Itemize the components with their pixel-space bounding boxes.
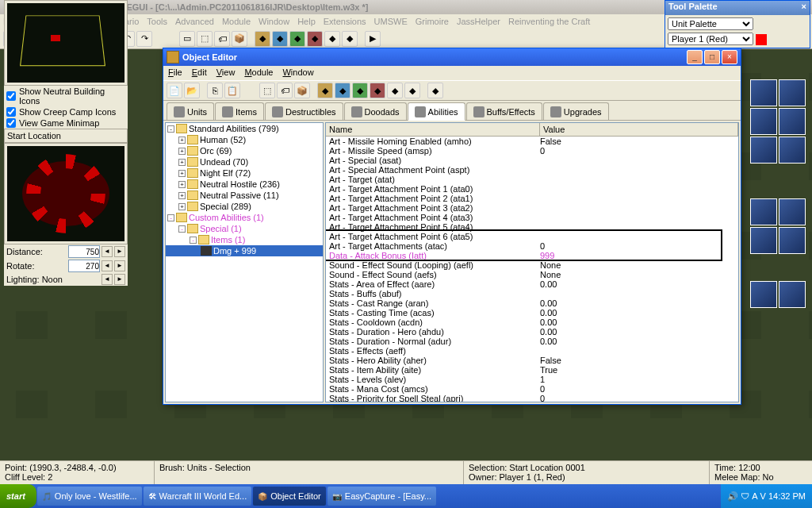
property-row[interactable]: Stats - Mana Cost (amcs)0: [326, 384, 738, 394]
tab-doodads[interactable]: Doodads: [344, 102, 407, 120]
property-row[interactable]: Art - Target Attachment Point 4 (ata3): [326, 213, 738, 222]
task-easycapture[interactable]: 📷 EasyCapture - [Easy...: [327, 487, 436, 506]
oe-m7-icon[interactable]: ◆: [427, 83, 443, 98]
tree-custom-items[interactable]: -Items (1): [166, 234, 323, 245]
unit-icon[interactable]: [779, 108, 806, 135]
tab-items[interactable]: Items: [215, 102, 264, 120]
property-row[interactable]: Art - Special Attachment Point (aspt): [326, 165, 738, 175]
start-button[interactable]: start: [0, 484, 36, 508]
property-row[interactable]: Sound - Effect Sound (Looping) (aefl)Non…: [326, 260, 738, 270]
unit-icon[interactable]: [750, 227, 777, 254]
property-row[interactable]: Stats - Cast Range (aran)0.00: [326, 298, 738, 308]
tree-nightelf[interactable]: +Night Elf (72): [166, 167, 323, 179]
unit-icon[interactable]: [750, 137, 777, 164]
property-header[interactable]: Name Value: [326, 123, 738, 137]
tool2-icon[interactable]: 🏷: [214, 31, 230, 47]
col-value[interactable]: Value: [540, 123, 738, 136]
chk-game-minimap[interactable]: [6, 118, 16, 128]
menu-extensions[interactable]: Extensions: [324, 17, 366, 26]
property-row[interactable]: Stats - Levels (alev)1: [326, 375, 738, 384]
palette-type-select[interactable]: Unit Palette: [668, 17, 753, 30]
spin-right[interactable]: ►: [114, 274, 125, 285]
property-row[interactable]: Art - Target Attachment Point 3 (ata2): [326, 203, 738, 213]
system-tray[interactable]: 🔊 🛡 A V 14:32 PM: [721, 484, 812, 508]
tab-units[interactable]: Units: [167, 102, 214, 120]
tree-npassive[interactable]: +Neutral Passive (11): [166, 190, 323, 201]
unit-icon[interactable]: [750, 79, 777, 106]
oe-m6-icon[interactable]: ◆: [404, 83, 420, 98]
tray-icon[interactable]: V: [760, 491, 766, 501]
oe-m4-icon[interactable]: ◆: [370, 83, 385, 98]
palette-player-select[interactable]: Player 1 (Red): [668, 33, 753, 45]
oe-close-button[interactable]: ×: [722, 50, 737, 64]
unit-icon[interactable]: [750, 198, 777, 225]
tray-icon[interactable]: 🔊: [727, 491, 738, 502]
minimap[interactable]: [7, 3, 124, 83]
oe-t3-icon[interactable]: 📦: [294, 83, 310, 98]
property-row[interactable]: Art - Target Attachment Point 6 (ata5): [326, 232, 738, 241]
tray-clock[interactable]: 14:32 PM: [768, 491, 806, 501]
test-icon[interactable]: ▶: [365, 31, 381, 47]
mod4-icon[interactable]: ◆: [307, 31, 323, 47]
property-body[interactable]: Art - Missile Homing Enabled (amho)False…: [326, 137, 738, 402]
tree-custom-abilities[interactable]: -Custom Abilities (1): [166, 212, 323, 223]
property-row[interactable]: Stats - Buffs (abuf): [326, 289, 738, 298]
tree-orc[interactable]: +Orc (69): [166, 145, 323, 156]
rotate-input[interactable]: [68, 260, 100, 272]
tree-undead[interactable]: +Undead (70): [166, 156, 323, 167]
property-row[interactable]: Sound - Effect Sound (aefs)None: [326, 270, 738, 279]
task-objecteditor[interactable]: 📦 Object Editor: [253, 487, 326, 506]
task-onlylove[interactable]: 🎵 Only love - Westlife...: [37, 487, 142, 506]
oe-maximize-button[interactable]: □: [704, 50, 720, 64]
unit-icon[interactable]: [750, 108, 777, 135]
tree-special[interactable]: +Special (289): [166, 201, 323, 212]
unit-icon[interactable]: [779, 137, 806, 164]
oe-menu-module[interactable]: Module: [244, 67, 273, 79]
property-row[interactable]: Stats - Hero Ability (aher)False: [326, 356, 738, 365]
redo-icon[interactable]: ↷: [136, 31, 152, 47]
unit-icon[interactable]: [779, 198, 806, 225]
menu-reinventing[interactable]: Reinventing the Craft: [508, 17, 590, 26]
property-row[interactable]: Art - Missile Homing Enabled (amho)False: [326, 137, 738, 146]
unit-icon[interactable]: [779, 79, 806, 106]
distance-input[interactable]: [68, 245, 100, 258]
mod1-icon[interactable]: ◆: [255, 31, 270, 47]
property-row[interactable]: Art - Special (asat): [326, 156, 738, 165]
oe-copy-icon[interactable]: ⎘: [207, 83, 223, 98]
tab-destructibles[interactable]: Destructibles: [265, 102, 343, 120]
tp-titlebar[interactable]: Tool Palette×: [665, 1, 810, 15]
menu-help[interactable]: Help: [297, 17, 316, 26]
property-row[interactable]: Stats - Effects (aeff): [326, 346, 738, 356]
tree-nhostile[interactable]: +Neutral Hostile (236): [166, 179, 323, 190]
oe-t2-icon[interactable]: 🏷: [277, 83, 293, 98]
task-worldedit[interactable]: 🛠 Warcraft III World Ed...: [144, 487, 252, 506]
tree-human[interactable]: +Human (52): [166, 134, 323, 145]
tray-icon[interactable]: 🛡: [741, 491, 749, 501]
oe-titlebar[interactable]: Object Editor _ □ ×: [163, 48, 741, 66]
menu-jasshelper[interactable]: JassHelper: [457, 17, 500, 26]
oe-menu-window[interactable]: Window: [282, 67, 313, 79]
oe-new-icon[interactable]: 📄: [167, 83, 182, 98]
property-row[interactable]: Stats - Casting Time (acas)0.00: [326, 308, 738, 318]
property-row[interactable]: Art - Target (atat): [326, 175, 738, 184]
oe-paste-icon[interactable]: 📋: [224, 83, 240, 98]
oe-m3-icon[interactable]: ◆: [352, 83, 368, 98]
spin-right[interactable]: ►: [114, 260, 125, 271]
property-row[interactable]: Data - Attack Bonus (Iatt)999: [326, 251, 738, 260]
property-row[interactable]: Art - Target Attachment Point 5 (ata4): [326, 222, 738, 232]
property-row[interactable]: Art - Missile Speed (amsp)0: [326, 146, 738, 156]
unit-icon[interactable]: [779, 227, 806, 254]
property-row[interactable]: Stats - Priority for Spell Steal (apri)0: [326, 394, 738, 402]
tool3-icon[interactable]: 📦: [232, 31, 247, 47]
menu-window[interactable]: Window: [259, 17, 289, 26]
unit-icon[interactable]: [779, 281, 806, 308]
spin-right[interactable]: ►: [114, 246, 125, 257]
tree-custom-special[interactable]: -Special (1): [166, 223, 323, 234]
property-row[interactable]: Stats - Item Ability (aite)True: [326, 365, 738, 375]
property-row[interactable]: Art - Target Attachment Point 2 (ata1): [326, 194, 738, 203]
property-row[interactable]: Art - Target Attachments (atac)0: [326, 241, 738, 251]
oe-menu-view[interactable]: View: [216, 67, 236, 79]
menu-grimoire[interactable]: Grimoire: [416, 17, 449, 26]
menu-umswe[interactable]: UMSWE: [374, 17, 408, 26]
property-row[interactable]: Stats - Cooldown (acdn)0.00: [326, 318, 738, 327]
